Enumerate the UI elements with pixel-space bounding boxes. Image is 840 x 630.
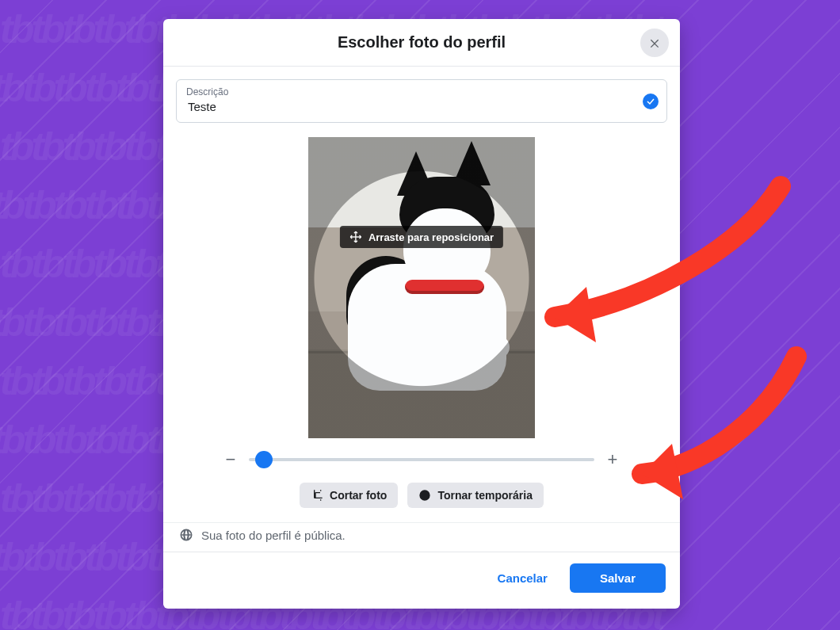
modal-header: Escolher foto do perfil: [163, 19, 680, 67]
description-field[interactable]: Descrição: [176, 79, 667, 123]
globe-icon: [179, 528, 193, 542]
modal-title: Escolher foto do perfil: [176, 33, 667, 52]
save-button[interactable]: Salvar: [570, 563, 666, 593]
crop-photo-button[interactable]: Cortar foto: [300, 483, 398, 508]
check-icon: [646, 97, 655, 106]
cancel-button[interactable]: Cancelar: [487, 565, 559, 591]
move-icon: [349, 231, 362, 243]
photo-crop-area[interactable]: Arraste para reposicionar: [308, 137, 535, 438]
crop-icon: [311, 489, 323, 502]
drag-hint-text: Arraste para reposicionar: [368, 231, 494, 243]
public-notice: Sua foto do perfil é pública.: [163, 522, 680, 552]
modal-footer: Cancelar Salvar: [163, 552, 680, 609]
zoom-in-label[interactable]: +: [605, 449, 620, 470]
public-notice-text: Sua foto do perfil é pública.: [201, 529, 346, 542]
description-input[interactable]: [186, 99, 635, 114]
zoom-slider-row: − +: [176, 438, 667, 476]
zoom-slider[interactable]: [249, 458, 594, 461]
close-icon: [648, 36, 661, 49]
clock-icon: [418, 489, 431, 502]
photo-cat-paw-right: [467, 335, 510, 359]
photo-cat-head: [403, 208, 491, 288]
close-button[interactable]: [640, 29, 669, 57]
description-valid-badge: [643, 94, 659, 109]
make-temporary-label: Tornar temporária: [437, 489, 533, 502]
photo-cat-collar: [405, 280, 484, 294]
zoom-out-label[interactable]: −: [223, 449, 238, 470]
make-temporary-button[interactable]: Tornar temporária: [407, 483, 544, 508]
crop-photo-label: Cortar foto: [330, 489, 387, 502]
profile-photo-modal: Escolher foto do perfil Descrição: [163, 19, 680, 609]
drag-hint-pill: Arraste para reposicionar: [340, 226, 503, 248]
photo-cat-paw-left: [410, 339, 448, 361]
photo-actions-row: Cortar foto Tornar temporária: [176, 476, 667, 522]
description-label: Descrição: [186, 86, 635, 97]
